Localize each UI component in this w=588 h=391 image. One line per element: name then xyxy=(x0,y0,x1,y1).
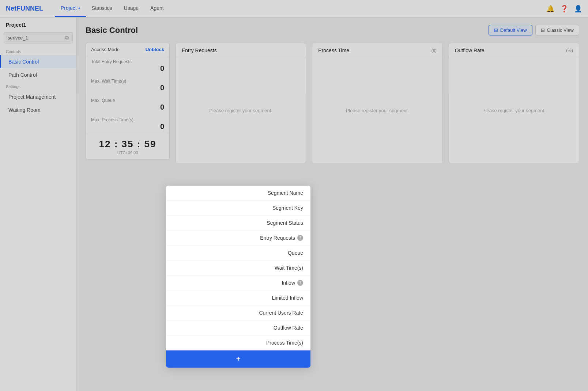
main-content: Basic Control ⊞ Default View ⊟ Classic V… xyxy=(77,18,588,391)
app-body: Project1 serivce_1 ⧉ Controls Basic Cont… xyxy=(0,18,588,391)
add-column-button[interactable]: + xyxy=(166,350,310,368)
column-selector-dropdown: Segment Name Segment Key Segment Status … xyxy=(166,186,310,368)
dropdown-item-limited-inflow[interactable]: Limited Inflow xyxy=(166,291,310,305)
dropdown-item-process-time[interactable]: Process Time(s) xyxy=(166,335,310,350)
dropdown-item-entry-requests[interactable]: Entry Requests ? xyxy=(166,231,310,246)
dropdown-item-outflow-rate[interactable]: Outflow Rate xyxy=(166,320,310,335)
dropdown-item-segment-name[interactable]: Segment Name xyxy=(166,186,310,201)
dropdown-item-segment-key[interactable]: Segment Key xyxy=(166,201,310,216)
dropdown-overlay[interactable] xyxy=(77,18,588,391)
dropdown-item-current-users-rate[interactable]: Current Users Rate xyxy=(166,305,310,320)
entry-requests-help-icon: ? xyxy=(297,235,303,241)
dropdown-item-inflow[interactable]: Inflow ? xyxy=(166,276,310,291)
inflow-help-icon: ? xyxy=(297,280,303,286)
dropdown-item-segment-status[interactable]: Segment Status xyxy=(166,216,310,231)
dropdown-item-wait-time[interactable]: Wait Time(s) xyxy=(166,261,310,276)
dropdown-item-queue[interactable]: Queue xyxy=(166,246,310,261)
